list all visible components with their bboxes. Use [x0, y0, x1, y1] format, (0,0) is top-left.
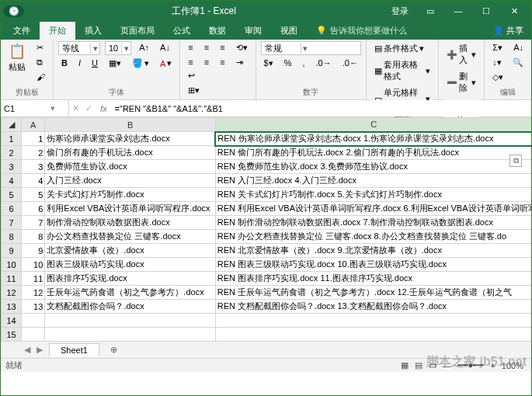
- align-middle-button[interactable]: ≡: [201, 41, 212, 54]
- cell[interactable]: 办公文档查找替换定位 三键客.docx: [45, 230, 215, 244]
- cell[interactable]: 制作滑动控制联动数据图表.docx: [45, 216, 215, 230]
- cell[interactable]: 10: [22, 258, 45, 272]
- tab-review[interactable]: 审阅: [235, 22, 271, 40]
- cell[interactable]: 3: [22, 160, 45, 174]
- row-header[interactable]: 15: [2, 328, 22, 342]
- row-header[interactable]: 12: [2, 286, 22, 300]
- zoom-level[interactable]: 100%: [499, 361, 527, 370]
- worksheet[interactable]: ◢ A B C 11伤寒论师承课堂实录刘志杰.docxREN 伤寒论师承课堂实录…: [1, 117, 531, 372]
- autosum-button[interactable]: Σ▾: [489, 41, 506, 54]
- row-header[interactable]: 13: [2, 300, 22, 314]
- indent-button[interactable]: ⇥: [233, 56, 246, 69]
- italic-button[interactable]: I: [75, 57, 84, 69]
- table-row[interactable]: 99北京爱情故事（改）.docxREN 北京爱情故事（改）.docx 9.北京爱…: [2, 244, 532, 258]
- table-row[interactable]: 44入门三经.docxREN 入门三经.docx 4.入门三经.docx: [2, 174, 532, 188]
- table-row[interactable]: 15: [2, 328, 532, 342]
- row-header[interactable]: 1: [2, 132, 22, 146]
- align-right-button[interactable]: ≡: [217, 56, 228, 68]
- find-button[interactable]: 🔍: [509, 56, 527, 69]
- align-top-button[interactable]: ≡: [185, 41, 196, 54]
- bold-button[interactable]: B: [58, 57, 71, 69]
- zoom-out-button[interactable]: —: [440, 361, 454, 370]
- cell[interactable]: 文档配截图你会吗？.docx: [45, 300, 215, 314]
- decrease-font-button[interactable]: A↓: [157, 41, 173, 54]
- sheet-tab[interactable]: Sheet1: [49, 343, 99, 356]
- cell[interactable]: REN 图表三级联动巧实现.docx 10.图表三级联动巧实现.docx: [215, 258, 531, 272]
- cancel-formula-icon[interactable]: ✕: [69, 103, 82, 113]
- autofill-options-icon[interactable]: ⧉: [509, 155, 522, 167]
- conditional-format-button[interactable]: ▤条件格式▾: [371, 41, 433, 56]
- view-page-break-button[interactable]: ▭: [426, 360, 440, 370]
- cell[interactable]: 伤寒论师承课堂实录刘志杰.docx: [45, 132, 215, 146]
- font-name-combo[interactable]: 等线▾: [58, 41, 100, 55]
- enter-formula-icon[interactable]: ✓: [82, 103, 96, 113]
- cell[interactable]: 图表三级联动巧实现.docx: [45, 258, 215, 272]
- tab-data[interactable]: 数据: [200, 22, 235, 40]
- row-header[interactable]: 9: [2, 244, 22, 258]
- cell[interactable]: 偷门所有趣的手机玩法.docx: [45, 146, 215, 160]
- row-header[interactable]: 3: [2, 160, 22, 174]
- insert-cells-button[interactable]: ➕插入▾: [443, 41, 479, 68]
- cell[interactable]: 关卡式幻灯片巧制作.docx: [45, 188, 215, 202]
- cell[interactable]: REN 北京爱情故事（改）.docx 9.北京爱情故事（改）.docx: [215, 244, 531, 258]
- tab-formulas[interactable]: 公式: [164, 22, 200, 40]
- row-header[interactable]: 5: [2, 188, 22, 202]
- cell[interactable]: 利用Excel VBA设计英语单词听写程序.docx: [45, 202, 215, 216]
- row-header[interactable]: 4: [2, 174, 22, 188]
- orientation-button[interactable]: ⟲▾: [233, 41, 251, 54]
- currency-button[interactable]: $▾: [261, 57, 276, 70]
- row-header[interactable]: 14: [2, 314, 22, 328]
- row-header[interactable]: 11: [2, 272, 22, 286]
- table-row[interactable]: 14: [2, 314, 532, 328]
- align-center-button[interactable]: ≡: [201, 56, 212, 68]
- format-painter-button[interactable]: 🖌: [33, 71, 48, 83]
- close-button[interactable]: ✕: [500, 1, 528, 21]
- table-row[interactable]: 1313文档配截图你会吗？.docxREN 文档配截图你会吗？.docx 13.…: [2, 300, 532, 314]
- table-row[interactable]: 1212壬辰年运气药食谱（初之气参考方）.docxREN 壬辰年运气药食谱（初之…: [2, 286, 532, 300]
- table-row[interactable]: 77制作滑动控制联动数据图表.docxREN 制作滑动控制联动数据图表.docx…: [2, 216, 532, 230]
- col-header-A[interactable]: A: [22, 118, 45, 132]
- row-header[interactable]: 2: [2, 146, 22, 160]
- row-header[interactable]: 8: [2, 230, 22, 244]
- cell[interactable]: REN 壬辰年运气药食谱（初之气参考方）.docx 12.壬辰年运气药食谱（初之…: [215, 286, 531, 300]
- increase-font-button[interactable]: A↑: [136, 41, 152, 54]
- percent-button[interactable]: %: [281, 57, 295, 69]
- cell[interactable]: 免费师范生协议.docx: [45, 160, 215, 174]
- copy-button[interactable]: ⧉: [33, 56, 48, 69]
- cell[interactable]: 壬辰年运气药食谱（初之气参考方）.docx: [45, 286, 215, 300]
- cell[interactable]: REN 伤寒论师承课堂实录刘志杰.docx 1.伤寒论师承课堂实录刘志杰.doc…: [215, 132, 531, 146]
- zoom-in-button[interactable]: +: [487, 361, 498, 370]
- cell[interactable]: 9: [22, 244, 45, 258]
- row-header[interactable]: 10: [2, 258, 22, 272]
- cell[interactable]: 北京爱情故事（改）.docx: [45, 244, 215, 258]
- cell[interactable]: 2: [22, 146, 45, 160]
- tab-file[interactable]: 文件: [4, 22, 40, 40]
- cell[interactable]: [45, 328, 215, 342]
- fill-color-button[interactable]: 🪣▾: [129, 57, 152, 70]
- view-page-layout-button[interactable]: ▤: [412, 360, 426, 370]
- cell[interactable]: REN 免费师范生协议.docx 3.免费师范生协议.docx: [215, 160, 531, 174]
- cell[interactable]: [215, 328, 531, 342]
- cell[interactable]: REN 利用Excel VBA设计英语单词听写程序.docx 6.利用Excel…: [215, 202, 531, 216]
- sheet-nav-next[interactable]: ▶: [37, 345, 43, 355]
- clear-button[interactable]: ◇▾: [489, 71, 527, 84]
- paste-button[interactable]: 📋 粘贴: [5, 41, 29, 77]
- table-row[interactable]: 88办公文档查找替换定位 三键客.docxREN 办公文档查找替换定位 三键客.…: [2, 230, 532, 244]
- row-header[interactable]: 6: [2, 202, 22, 216]
- delete-cells-button[interactable]: ➖删除▾: [443, 69, 479, 96]
- cell[interactable]: [22, 328, 45, 342]
- cut-button[interactable]: ✂: [33, 41, 48, 54]
- decrease-decimal-button[interactable]: .0←: [339, 57, 361, 69]
- table-row[interactable]: 66利用Excel VBA设计英语单词听写程序.docxREN 利用Excel …: [2, 202, 532, 216]
- table-row[interactable]: 1010图表三级联动巧实现.docxREN 图表三级联动巧实现.docx 10.…: [2, 258, 532, 272]
- cell[interactable]: [22, 314, 45, 328]
- font-size-combo[interactable]: 10▾: [105, 41, 131, 55]
- select-all-corner[interactable]: ◢: [2, 118, 22, 132]
- row-header[interactable]: 7: [2, 216, 22, 230]
- cell[interactable]: 1: [22, 132, 45, 146]
- tab-home[interactable]: 开始: [40, 22, 75, 40]
- font-color-button[interactable]: A▾: [157, 57, 175, 70]
- comma-button[interactable]: ,: [299, 57, 308, 69]
- minimize-button[interactable]: —: [444, 1, 472, 21]
- wrap-text-button[interactable]: ↩: [185, 69, 250, 82]
